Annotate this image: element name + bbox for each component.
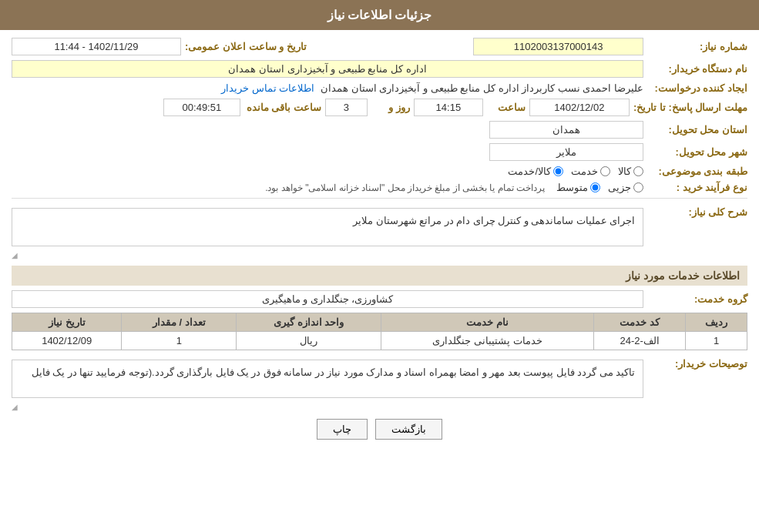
- rooz-label: روز و: [371, 102, 410, 113]
- chap-button[interactable]: چاپ: [317, 419, 368, 440]
- rooz-value: 3: [325, 99, 368, 116]
- farayand-radio-group: جزیی متوسط: [556, 182, 643, 193]
- sharh-kolli-label: شرح کلی نیاز:: [647, 203, 747, 218]
- col-vahed-andaze: واحد اندازه گیری: [237, 313, 381, 332]
- nam-dastgah-row: نام دستگاه خریدار: اداره کل منابع طبیعی …: [12, 60, 747, 78]
- saat-label: ساعت: [487, 102, 526, 113]
- col-tarikh: تاریخ نیاز: [12, 313, 122, 332]
- col-nam-khedmat: نام خدمت: [381, 313, 594, 332]
- date-value: 1402/12/02: [529, 99, 630, 116]
- process-note: پرداخت تمام یا بخشی از مبلغ خریداز محل "…: [265, 182, 545, 193]
- radio-khedmat-item[interactable]: خدمت: [571, 166, 610, 177]
- cell-vahedAndaze: ریال: [237, 332, 381, 350]
- ostan-tahvil-label: استان محل تحویل:: [647, 124, 747, 136]
- shomare-niaz-row: شماره نیاز: 1102003137000143 تاریخ و ساع…: [12, 38, 747, 55]
- tarikh-value: 1402/11/29 - 11:44: [12, 38, 181, 55]
- page-title: جزئیات اطلاعات نیاز: [327, 8, 432, 22]
- page-header: جزئیات اطلاعات نیاز: [0, 0, 759, 30]
- bazgasht-button[interactable]: بازگشت: [375, 419, 442, 440]
- section-khadamat-title: اطلاعات خدمات مورد نیاز: [12, 266, 747, 286]
- tosihat-khardar-label: توصیحات خریدار:: [647, 355, 747, 370]
- cell-namKhedmat: خدمات پشتیبانی جنگلداری: [381, 332, 594, 350]
- button-row: بازگشت چاپ: [12, 419, 747, 440]
- gorohe-khedmat-label: گروه خدمت:: [647, 293, 747, 305]
- gorohe-khedmat-value: کشاورزی، جنگلداری و ماهیگیری: [12, 290, 643, 308]
- sharh-kolli-row: شرح کلی نیاز: اجرای عملیات ساماندهی و کن…: [12, 203, 747, 259]
- radio-kala-item[interactable]: کالا: [618, 166, 643, 177]
- contact-link[interactable]: اطلاعات تماس خریدار: [221, 82, 314, 94]
- sharh-kolli-value: اجرای عملیات ساماندهی و کنترل چرای دام د…: [12, 208, 643, 246]
- radio-kala-khedmat[interactable]: [553, 166, 563, 176]
- cell-tedad: 1: [122, 332, 237, 350]
- saat-value: 14:15: [414, 99, 483, 116]
- baghi-mande-value: 00:49:51: [163, 99, 240, 116]
- baghi-mande-label: ساعت باقی مانده: [244, 102, 321, 113]
- radio-jozei-item[interactable]: جزیی: [608, 182, 643, 193]
- shomare-niaz-label: شماره نیاز:: [647, 41, 747, 52]
- shahr-tahvil-value: ملایر: [489, 143, 643, 161]
- shomare-niaz-value: 1102003137000143: [473, 38, 643, 55]
- noe-farayand-row: نوع فرآیند خرید : جزیی متوسط پرداخت تمام…: [12, 182, 747, 193]
- radio-mottasset[interactable]: [590, 182, 600, 192]
- radio-mottasset-label: متوسط: [556, 182, 588, 193]
- tabaqe-bandi-label: طبقه بندی موضوعی:: [647, 166, 747, 177]
- radio-kala-khedmat-item[interactable]: کالا/خدمت: [508, 166, 563, 177]
- radio-jozei[interactable]: [633, 182, 643, 192]
- cell-kodKhedmat: الف-2-24: [594, 332, 686, 350]
- radio-kala-khedmat-label: کالا/خدمت: [508, 166, 551, 177]
- ijad-konande-label: ایجاد کننده درخواست:: [647, 82, 747, 94]
- noe-farayand-label: نوع فرآیند خرید :: [647, 182, 747, 193]
- gorohe-khedmat-row: گروه خدمت: کشاورزی، جنگلداری و ماهیگیری: [12, 290, 747, 308]
- cell-radif: 1: [686, 332, 747, 350]
- resize-handle: ◢: [12, 251, 18, 259]
- radio-khedmat[interactable]: [600, 166, 610, 176]
- nam-dastgah-label: نام دستگاه خریدار:: [647, 63, 747, 75]
- tosihat-khardar-value: تاکید می گردد فایل پیوست بعد مهر و امضا …: [12, 360, 643, 398]
- tabaqe-bandi-row: طبقه بندی موضوعی: کالا خدمت کالا/خدمت: [12, 166, 747, 177]
- page-container: جزئیات اطلاعات نیاز شماره نیاز: 11020031…: [0, 0, 759, 532]
- tosihat-khardar-row: توصیحات خریدار: تاکید می گردد فایل پیوست…: [12, 355, 747, 411]
- tarikh-label: تاریخ و ساعت اعلان عمومی:: [185, 41, 307, 52]
- mohlat-irsal-label: مهلت ارسال پاسخ: تا تاریخ:: [633, 102, 747, 113]
- radio-khedmat-label: خدمت: [571, 166, 598, 177]
- tabaqe-bandi-radio-group: کالا خدمت کالا/خدمت: [508, 166, 643, 177]
- resize-handle-2: ◢: [12, 403, 18, 411]
- cell-tarikh: 1402/12/09: [12, 332, 122, 350]
- radio-jozei-label: جزیی: [608, 182, 631, 193]
- table-row: 1الف-2-24خدمات پشتیبانی جنگلداریریال1140…: [12, 332, 747, 350]
- shahr-tahvil-label: شهر محل تحویل:: [647, 146, 747, 158]
- radio-mottasset-item[interactable]: متوسط: [556, 182, 600, 193]
- ijad-konande-row: ایجاد کننده درخواست: علیرضا احمدی نسب کا…: [12, 82, 747, 94]
- ostan-tahvil-row: استان محل تحویل: همدان: [12, 121, 747, 139]
- khadamat-table: ردیف کد خدمت نام خدمت واحد اندازه گیری ت…: [12, 313, 747, 350]
- col-kod-khedmat: کد خدمت: [594, 313, 686, 332]
- nam-dastgah-value: اداره کل منابع طبیعی و آبخیزداری استان ه…: [12, 60, 643, 78]
- col-radif: ردیف: [686, 313, 747, 332]
- mohlat-irsal-row: مهلت ارسال پاسخ: تا تاریخ: 1402/12/02 سا…: [12, 99, 747, 116]
- ostan-tahvil-value: همدان: [489, 121, 643, 139]
- content-area: شماره نیاز: 1102003137000143 تاریخ و ساع…: [0, 30, 759, 455]
- ijad-konande-value: علیرضا احمدی نسب کاربرداز اداره کل منابع…: [321, 82, 643, 94]
- radio-kala-label: کالا: [618, 166, 631, 177]
- shahr-tahvil-row: شهر محل تحویل: ملایر: [12, 143, 747, 161]
- radio-kala[interactable]: [633, 166, 643, 176]
- col-tedad: تعداد / مقدار: [122, 313, 237, 332]
